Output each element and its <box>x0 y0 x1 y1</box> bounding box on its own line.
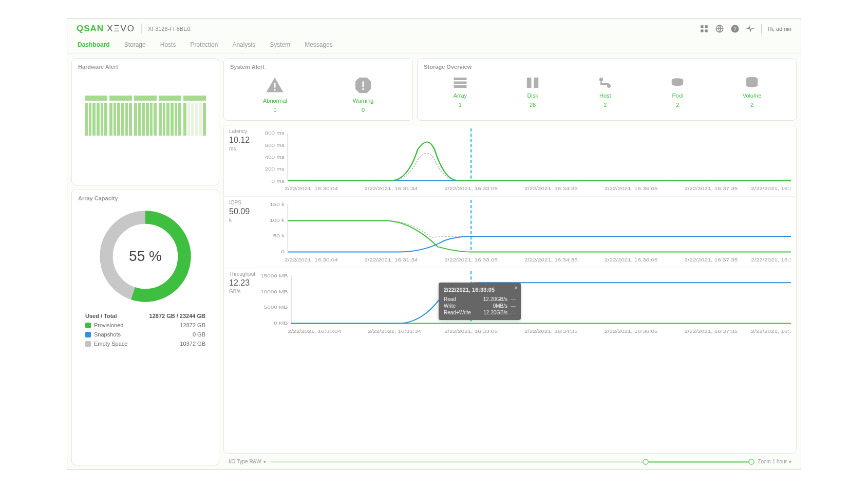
svg-text:400 ms: 400 ms <box>265 155 285 160</box>
capacity-donut[interactable]: 55 % <box>97 208 194 305</box>
svg-text:2/22/2021, 16:34:35: 2/22/2021, 16:34:35 <box>524 329 578 334</box>
storage-overview-title: Storage Overview <box>424 64 790 70</box>
capacity-header-value: 12872 GB / 23244 GB <box>149 313 205 319</box>
overview-host[interactable]: Host 2 <box>597 76 613 108</box>
svg-rect-9 <box>363 82 364 87</box>
svg-text:800 ms: 800 ms <box>265 130 285 136</box>
svg-text:2/22/2021, 16:33:05: 2/22/2021, 16:33:05 <box>444 186 498 191</box>
slider-handle-start[interactable] <box>643 459 649 465</box>
svg-text:2/22/2021, 16:37:35: 2/22/2021, 16:37:35 <box>684 257 738 262</box>
tab-analysis[interactable]: Analysis <box>231 39 256 53</box>
tab-protection[interactable]: Protection <box>189 39 219 53</box>
header: QSAN XΞVO XF3126-FF8BE0 ? Hi, admin <box>67 18 801 36</box>
svg-rect-11 <box>454 78 466 80</box>
logo: QSAN XΞVO <box>77 24 142 34</box>
overview-volume[interactable]: Volume 2 <box>743 76 762 108</box>
iops-unit: k <box>229 217 232 223</box>
tab-storage[interactable]: Storage <box>123 39 147 53</box>
svg-text:2/22/2021, 16:37:35: 2/22/2021, 16:37:35 <box>684 329 738 334</box>
svg-rect-1 <box>705 25 707 28</box>
svg-text:2/22/2021, 16:30:04: 2/22/2021, 16:30:04 <box>285 186 338 191</box>
warning-octagon-icon <box>354 76 372 95</box>
svg-rect-14 <box>527 78 532 88</box>
svg-text:10000 MB: 10000 MB <box>260 289 288 294</box>
globe-icon[interactable] <box>715 24 724 33</box>
throughput-chart[interactable]: Throughput 12.23 GB/s 15000 MB 10000 MB … <box>224 268 796 339</box>
latency-unit: ms <box>229 146 236 152</box>
svg-rect-7 <box>274 83 276 88</box>
tooltip-close-icon[interactable]: × <box>515 285 518 291</box>
iops-chart[interactable]: IOPS 50.09 k 150 k 100 k 50 k 0 <box>224 197 796 268</box>
alert-abnormal[interactable]: Abnormal 0 <box>263 76 287 113</box>
apps-icon[interactable] <box>700 24 709 33</box>
svg-text:2/22/2021, 16:31:34: 2/22/2021, 16:31:34 <box>365 257 418 262</box>
io-type-dropdown[interactable]: I/O Type R&W <box>229 459 266 464</box>
svg-point-16 <box>599 78 603 82</box>
slider-handle-end[interactable] <box>748 459 754 465</box>
svg-rect-10 <box>363 88 364 90</box>
tab-dashboard[interactable]: Dashboard <box>77 39 111 53</box>
capacity-provisioned-label: Provisioned <box>94 322 123 328</box>
svg-text:2/22/2021, 16:33:05: 2/22/2021, 16:33:05 <box>444 329 498 334</box>
svg-text:2/22/2021, 16:36:05: 2/22/2021, 16:36:05 <box>605 186 658 191</box>
overview-disk[interactable]: Disk 26 <box>525 76 540 108</box>
svg-text:2/22/2021, 16:36:05: 2/22/2021, 16:36:05 <box>605 257 658 262</box>
array-capacity-card: Array Capacity 55 % Used / Total12872 GB… <box>71 190 219 465</box>
alert-warning[interactable]: Warning 0 <box>353 76 374 113</box>
array-icon <box>452 76 468 89</box>
user-greeting[interactable]: Hi, admin <box>768 26 791 32</box>
chart-tooltip: × 2/22/2021, 16:33:05 Read12.20GB/s— Wri… <box>439 283 521 320</box>
logo-xevo: XΞVO <box>107 24 135 34</box>
warning-triangle-icon <box>266 76 284 95</box>
svg-text:2/22/2021, 16:34:35: 2/22/2021, 16:34:35 <box>524 186 578 191</box>
logo-qsan: QSAN <box>77 24 104 34</box>
pool-icon <box>670 76 685 89</box>
charts-card: Latency 10.12 ms 800 ms 600 ms 400 ms 20… <box>223 125 797 454</box>
capacity-provisioned-value: 12872 GB <box>180 322 205 328</box>
header-divider <box>761 24 762 33</box>
capacity-empty-label: Empty Space <box>94 341 127 347</box>
tab-hosts[interactable]: Hosts <box>159 39 177 53</box>
charts-footer: I/O Type R&W Zoom 1 hour <box>223 458 797 465</box>
main-tabs: Dashboard Storage Hosts Protection Analy… <box>67 36 801 54</box>
overview-pool[interactable]: Pool 2 <box>670 76 685 108</box>
tab-system[interactable]: System <box>269 39 291 53</box>
svg-rect-13 <box>454 85 466 88</box>
svg-text:5000 MB: 5000 MB <box>264 305 288 310</box>
capacity-snapshots-label: Snapshots <box>94 331 121 337</box>
tab-messages[interactable]: Messages <box>304 39 334 53</box>
svg-text:200 ms: 200 ms <box>265 166 285 172</box>
latency-chart[interactable]: Latency 10.12 ms 800 ms 600 ms 400 ms 20… <box>224 125 796 197</box>
latency-title: Latency <box>229 128 247 134</box>
svg-text:2/22/2021, 16:37:35: 2/22/2021, 16:37:35 <box>684 186 738 191</box>
svg-text:0 ms: 0 ms <box>272 179 285 184</box>
svg-text:2/22/2021, 16:31:34: 2/22/2021, 16:31:34 <box>365 186 418 191</box>
svg-text:2/22/2021, 16:31:34: 2/22/2021, 16:31:34 <box>368 329 421 334</box>
hardware-alert-card: Hardware Alert <box>71 58 219 185</box>
capacity-table: Used / Total12872 GB / 23244 GB Provisio… <box>78 311 213 348</box>
svg-rect-8 <box>274 89 276 91</box>
disk-icon <box>525 76 540 89</box>
capacity-header-label: Used / Total <box>85 313 117 319</box>
svg-rect-2 <box>701 30 703 32</box>
svg-text:2/22/2021, 16:30:04: 2/22/2021, 16:30:04 <box>288 329 341 334</box>
svg-text:2/22/2021, 16:30:04: 2/22/2021, 16:30:04 <box>285 257 338 262</box>
array-capacity-title: Array Capacity <box>78 195 213 201</box>
health-icon[interactable] <box>746 24 755 33</box>
help-icon[interactable]: ? <box>730 24 740 33</box>
throughput-unit: GB/s <box>229 289 240 294</box>
svg-text:0: 0 <box>281 249 285 254</box>
zoom-dropdown[interactable]: Zoom 1 hour <box>758 459 791 464</box>
svg-rect-12 <box>454 82 466 84</box>
storage-overview-card: Storage Overview Array 1 Disk 26 Host <box>417 58 797 121</box>
svg-rect-3 <box>705 30 707 32</box>
host-icon <box>597 76 613 89</box>
svg-text:2/22/2021, 16:36:05: 2/22/2021, 16:36:05 <box>605 329 658 334</box>
svg-text:600 ms: 600 ms <box>265 143 285 148</box>
overview-array[interactable]: Array 1 <box>452 76 468 108</box>
hardware-graphic[interactable] <box>78 96 213 136</box>
system-alert-card: System Alert Abnormal 0 Warning 0 <box>223 58 413 121</box>
time-range-slider[interactable] <box>270 461 754 463</box>
svg-text:15000 MB: 15000 MB <box>260 273 288 278</box>
volume-icon <box>744 76 760 89</box>
